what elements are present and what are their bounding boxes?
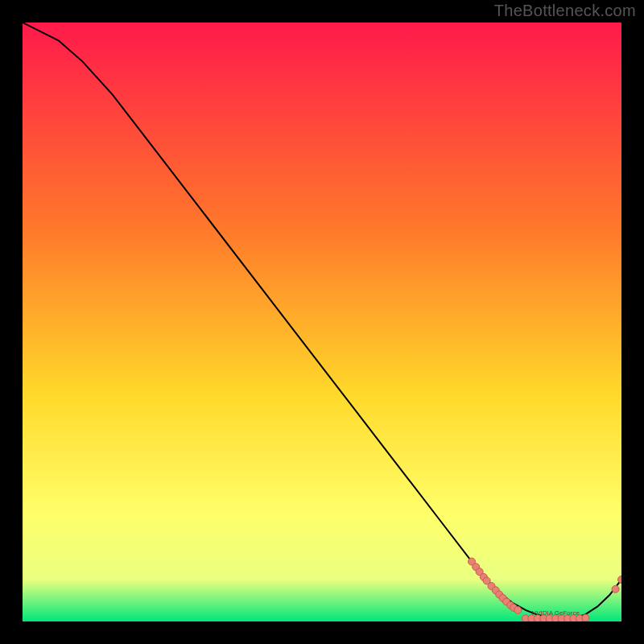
- gradient-background: [23, 23, 621, 621]
- plot-area: NVIDIA GeForce: [23, 23, 621, 621]
- data-dot: [618, 576, 622, 583]
- data-dot: [612, 585, 619, 592]
- chart-svg: NVIDIA GeForce: [23, 23, 621, 621]
- watermark-text: TheBottleneck.com: [494, 2, 636, 20]
- data-dot: [514, 606, 522, 613]
- dot-cluster-label: NVIDIA GeForce: [531, 609, 580, 617]
- data-dot: [582, 614, 589, 621]
- chart-frame: TheBottleneck.com NVIDIA GeForce: [0, 0, 644, 644]
